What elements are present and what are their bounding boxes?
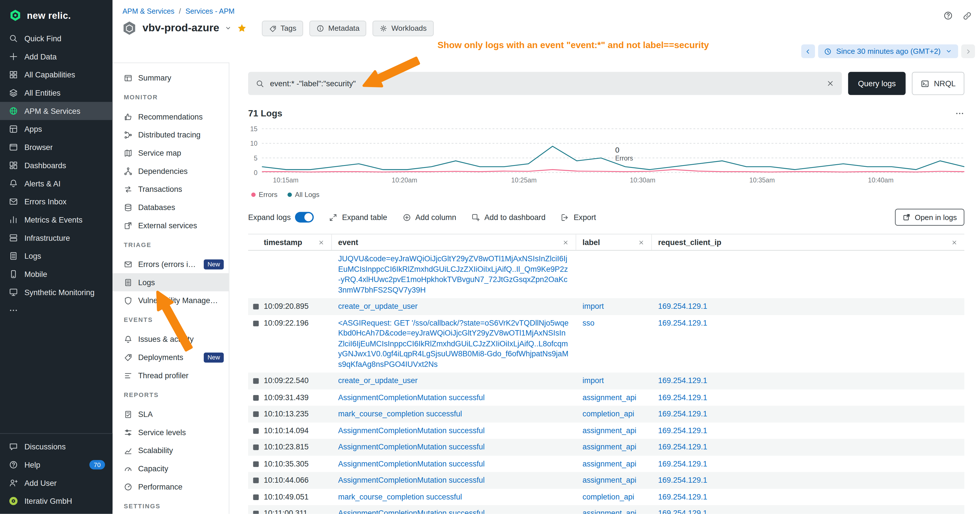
table-row[interactable]: 10:09:22.540create_or_update_userimport1… [248, 372, 964, 389]
clear-search-button[interactable] [826, 80, 834, 88]
time-picker[interactable]: Since 30 minutes ago (GMT+2) [818, 45, 958, 58]
open-in-logs-button[interactable]: Open in logs [895, 209, 964, 226]
event-link[interactable]: mark_course_completion successful [338, 409, 462, 419]
legend-item-errors[interactable]: Errors [251, 191, 277, 198]
subnav-item-vulnerability-management[interactable]: Vulnerability Management [112, 291, 229, 310]
help-button[interactable] [941, 9, 955, 22]
row-checkbox[interactable] [253, 378, 259, 384]
sidebar-item-more[interactable] [0, 301, 112, 320]
request-client-ip-link[interactable]: 169.254.129.1 [658, 442, 707, 451]
event-link[interactable]: AssignmentCompletionMutation successful [338, 442, 485, 451]
chip-metadata[interactable]: Metadata [310, 20, 366, 36]
export-button[interactable]: Export [560, 213, 596, 222]
sidebar-item-browser[interactable]: Browser [0, 138, 112, 156]
column-header-label[interactable]: label [576, 234, 652, 250]
favorite-star-icon[interactable] [237, 23, 247, 33]
subnav-item-dependencies[interactable]: Dependencies [112, 162, 229, 180]
remove-column-button[interactable] [951, 239, 958, 245]
entity-chevron-down-icon[interactable] [224, 24, 232, 32]
subnav-item-databases[interactable]: Databases [112, 198, 229, 216]
event-link[interactable]: create_or_update_user [338, 302, 417, 311]
subnav-item-deployments[interactable]: DeploymentsNew [112, 348, 229, 366]
breadcrumb-link-services-apm[interactable]: Services - APM [186, 7, 235, 15]
table-row[interactable]: 10:10:14.094AssignmentCompletionMutation… [248, 422, 964, 439]
add-to-dashboard-button[interactable]: Add to dashboard [471, 213, 546, 222]
event-link[interactable]: <ASGIRequest: GET '/sso/callback/?state=… [338, 318, 568, 369]
subnav-item-errors-errors-inb[interactable]: Errors (errors inb...New [112, 255, 229, 273]
label-link[interactable]: import [582, 302, 604, 311]
row-checkbox[interactable] [253, 461, 259, 467]
subnav-item-sla[interactable]: SLA [112, 405, 229, 423]
table-row[interactable]: 10:09:31.439AssignmentCompletionMutation… [248, 389, 964, 406]
subnav-item-service-levels[interactable]: Service levels [112, 423, 229, 441]
subnav-item-distributed-tracing[interactable]: Distributed tracing [112, 126, 229, 144]
column-header-timestamp[interactable]: timestamp [248, 234, 332, 250]
chip-workloads[interactable]: Workloads [373, 20, 434, 36]
request-client-ip-link[interactable]: 169.254.129.1 [658, 476, 707, 484]
sidebar-item-logs[interactable]: Logs [0, 247, 112, 265]
label-link[interactable]: assignment_api [582, 459, 636, 468]
label-link[interactable]: assignment_api [582, 476, 636, 484]
sidebar-item-metrics-events[interactable]: Metrics & Events [0, 211, 112, 229]
chip-tags[interactable]: Tags [262, 20, 303, 36]
sidebar-item-alerts-ai[interactable]: Alerts & AI [0, 175, 112, 193]
label-link[interactable]: assignment_api [582, 442, 636, 451]
table-row[interactable]: JUQVU&code=eyJraWQiOiJjcGltY29yZV8wOTl1M… [248, 251, 964, 298]
event-link[interactable]: JUQVU&code=eyJraWQiOiJjcGltY29yZV8wOTl1M… [338, 255, 568, 294]
subnav-item-issues-activity[interactable]: Issues & activity [112, 330, 229, 349]
row-checkbox[interactable] [253, 444, 259, 450]
permalink-button[interactable] [960, 9, 974, 22]
subnav-item-service-map[interactable]: Service map [112, 144, 229, 162]
sidebar-item-all-entities[interactable]: All Entities [0, 84, 112, 102]
nrql-button[interactable]: NRQL [912, 72, 964, 95]
row-checkbox[interactable] [253, 511, 259, 514]
event-link[interactable]: AssignmentCompletionMutation successful [338, 476, 485, 484]
add-column-button[interactable]: Add column [402, 213, 456, 222]
event-link[interactable]: AssignmentCompletionMutation successful [338, 509, 485, 514]
time-back-button[interactable] [801, 45, 815, 58]
expand-table-button[interactable]: Expand table [329, 213, 387, 222]
sidebar-item-add-user[interactable]: Add User [0, 474, 112, 492]
subnav-item-summary[interactable]: Summary [112, 69, 229, 87]
event-link[interactable]: AssignmentCompletionMutation successful [338, 393, 485, 402]
table-row[interactable]: 10:09:20.895create_or_update_userimport1… [248, 298, 964, 315]
request-client-ip-link[interactable]: 169.254.129.1 [658, 492, 707, 501]
label-link[interactable]: assignment_api [582, 426, 636, 435]
table-row[interactable]: 10:10:23.815AssignmentCompletionMutation… [248, 439, 964, 455]
event-link[interactable]: mark_course_completion successful [338, 492, 462, 501]
request-client-ip-link[interactable]: 169.254.129.1 [658, 409, 707, 419]
column-header-request-client-ip[interactable]: request_client_ip [652, 234, 964, 250]
breadcrumb-link-apm-services[interactable]: APM & Services [123, 7, 174, 15]
sidebar-item-errors-inbox[interactable]: Errors Inbox [0, 193, 112, 211]
subnav-item-performance[interactable]: Performance [112, 477, 229, 496]
sidebar-item-apps[interactable]: Apps [0, 120, 112, 138]
sidebar-item-quick-find[interactable]: Quick Find [0, 29, 112, 48]
remove-column-button[interactable] [318, 239, 325, 245]
table-row[interactable]: 10:10:13.235mark_course_completion succe… [248, 406, 964, 422]
label-link[interactable]: completion_api [582, 492, 634, 501]
subnav-item-recommendations[interactable]: Recommendations [112, 108, 229, 126]
expand-logs-toggle[interactable] [295, 212, 314, 223]
sidebar-item-apm-services[interactable]: APM & Services [0, 102, 112, 120]
subnav-item-scalability[interactable]: Scalability [112, 441, 229, 460]
row-checkbox[interactable] [253, 428, 259, 433]
query-logs-button[interactable]: Query logs [848, 72, 906, 95]
subnav-item-capacity[interactable]: Capacity [112, 459, 229, 477]
subnav-item-logs[interactable]: Logs [112, 273, 229, 291]
label-link[interactable]: sso [582, 318, 595, 327]
legend-item-all-logs[interactable]: All Logs [287, 191, 319, 198]
subnav-item-thread-profiler[interactable]: Thread profiler [112, 366, 229, 385]
search-input[interactable]: event:* -"label":"security" [270, 79, 821, 88]
event-link[interactable]: AssignmentCompletionMutation successful [338, 426, 485, 435]
chart-more-button[interactable] [955, 108, 964, 118]
row-checkbox[interactable] [253, 304, 259, 309]
sidebar-item-mobile[interactable]: Mobile [0, 265, 112, 283]
sidebar-item-discussions[interactable]: Discussions [0, 438, 112, 456]
sidebar-item-dashboards[interactable]: Dashboards [0, 156, 112, 175]
request-client-ip-link[interactable]: 169.254.129.1 [658, 302, 707, 311]
sidebar-item-infrastructure[interactable]: Infrastructure [0, 229, 112, 247]
newrelic-logo[interactable]: new relic. [0, 0, 112, 29]
event-link[interactable]: AssignmentCompletionMutation successful [338, 459, 485, 468]
table-row[interactable]: 10:10:49.051mark_course_completion succe… [248, 489, 964, 505]
label-link[interactable]: import [582, 376, 604, 385]
